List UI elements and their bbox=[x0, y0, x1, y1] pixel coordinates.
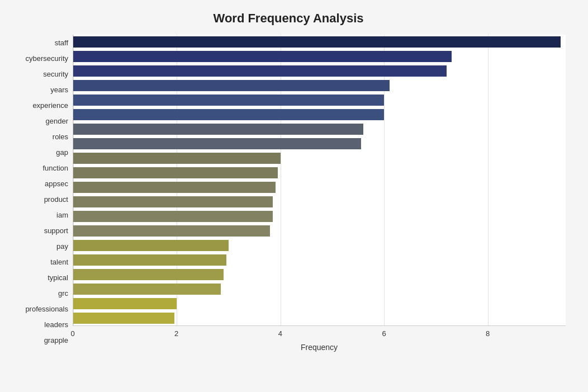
bar bbox=[73, 80, 390, 91]
y-label: product bbox=[44, 192, 68, 206]
y-label: professionals bbox=[25, 302, 68, 317]
bar bbox=[73, 269, 224, 280]
bar bbox=[73, 196, 273, 207]
y-label: experience bbox=[32, 98, 68, 112]
bar-row bbox=[73, 49, 566, 64]
chart-area: staffcybersecuritysecurityyearsexperienc… bbox=[11, 35, 566, 348]
y-label: function bbox=[42, 160, 68, 175]
y-label: staff bbox=[55, 35, 68, 50]
bar bbox=[73, 153, 281, 164]
bar bbox=[73, 95, 384, 106]
bar bbox=[73, 167, 278, 178]
x-tick: 4 bbox=[278, 329, 282, 338]
bar-row bbox=[73, 224, 566, 238]
chart-container: Word Frequency Analysis staffcybersecuri… bbox=[0, 0, 588, 392]
y-label: pay bbox=[56, 239, 68, 254]
y-label: support bbox=[44, 224, 68, 238]
bar-row bbox=[73, 166, 566, 180]
bar bbox=[73, 211, 273, 222]
bar bbox=[73, 109, 384, 120]
y-label: roles bbox=[53, 129, 68, 144]
bar-row bbox=[73, 93, 566, 107]
x-axis: 02468 bbox=[73, 326, 566, 329]
bar-row bbox=[73, 122, 566, 136]
bar-row bbox=[73, 195, 566, 209]
x-tick: 8 bbox=[486, 329, 490, 338]
y-label: leaders bbox=[44, 318, 68, 332]
y-axis: staffcybersecuritysecurityyearsexperienc… bbox=[11, 35, 73, 348]
bars-wrapper bbox=[73, 35, 566, 326]
bar-row bbox=[73, 311, 566, 325]
y-label: security bbox=[43, 67, 68, 81]
bar-row bbox=[73, 296, 566, 311]
bar-row bbox=[73, 136, 566, 151]
bar-row bbox=[73, 267, 566, 282]
x-tick: 2 bbox=[174, 329, 178, 338]
bar bbox=[73, 182, 276, 193]
y-label: gap bbox=[56, 145, 68, 159]
x-axis-label: Frequency bbox=[73, 343, 566, 352]
y-label: typical bbox=[48, 271, 68, 285]
bar bbox=[73, 284, 221, 295]
bar bbox=[73, 124, 363, 135]
bar-row bbox=[73, 180, 566, 195]
bar-row bbox=[73, 107, 566, 122]
bar-row bbox=[73, 64, 566, 78]
bar-row bbox=[73, 282, 566, 296]
y-label: gender bbox=[46, 114, 68, 128]
bar-row bbox=[73, 151, 566, 166]
bar-row bbox=[73, 238, 566, 253]
bar-row bbox=[73, 209, 566, 224]
y-label: grapple bbox=[44, 333, 68, 348]
bar bbox=[73, 65, 447, 77]
y-label: years bbox=[50, 82, 68, 97]
bar bbox=[73, 51, 452, 62]
bar bbox=[73, 298, 177, 309]
bar-row bbox=[73, 78, 566, 93]
y-label: grc bbox=[58, 286, 68, 301]
bar-row bbox=[73, 35, 566, 49]
bar bbox=[73, 225, 270, 237]
chart-title: Word Frequency Analysis bbox=[11, 11, 566, 26]
y-label: cybersecurity bbox=[25, 51, 68, 65]
bar bbox=[73, 313, 174, 324]
plot-area: 02468 Frequency bbox=[73, 35, 566, 348]
y-label: iam bbox=[56, 208, 68, 223]
y-label: talent bbox=[50, 255, 68, 270]
bar bbox=[73, 138, 361, 149]
bar bbox=[73, 240, 229, 251]
bar bbox=[73, 36, 561, 48]
y-label: appsec bbox=[45, 176, 68, 191]
bar-row bbox=[73, 253, 566, 267]
bar bbox=[73, 254, 226, 266]
x-tick: 6 bbox=[382, 329, 386, 338]
x-tick: 0 bbox=[70, 329, 74, 338]
